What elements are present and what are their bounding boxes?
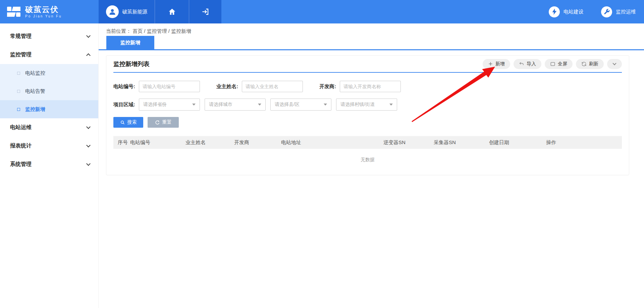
- brand-subtitle: Po Jian Yun Fu: [25, 14, 62, 18]
- topbar: 破茧云伏 Po Jian Yun Fu 破茧新能源: [0, 0, 644, 23]
- tab-bar: 监控新增: [99, 36, 644, 50]
- sidebar-subitem-station-alarm[interactable]: 电站告警: [0, 82, 98, 100]
- col-owner-name: 业主姓名: [185, 139, 234, 146]
- developer-input[interactable]: [340, 81, 401, 92]
- sidebar-item-general-management[interactable]: 常规管理: [0, 27, 98, 46]
- import-button-label: 导入: [527, 61, 536, 67]
- county-select-value: 请选择县/区: [275, 102, 300, 108]
- refresh-button-label: 刷新: [589, 61, 598, 67]
- tab-monitoring-add[interactable]: 监控新增: [106, 36, 154, 49]
- table-header: 序号 电站编号 业主姓名 开发商 电站地址 逆变器SN 采集器SN 创建日期 操…: [113, 136, 622, 149]
- wrench-icon: [601, 6, 612, 17]
- col-station-code: 电站编号: [130, 139, 185, 146]
- login-arrow-icon: [201, 8, 209, 16]
- fullscreen-button[interactable]: 全屏: [545, 59, 573, 69]
- sidebar-item-label: 报表统计: [10, 142, 32, 149]
- filter-area: 电站编号: 业主姓名: 开发商: 项目区域: 请选择省份: [113, 73, 622, 111]
- avatar: [106, 5, 119, 18]
- filter-station-code: 电站编号:: [113, 81, 200, 92]
- import-icon: [519, 61, 524, 67]
- sidebar: 常规管理 监控管理 电站监控 电站告警 监控新增 电站运维 报表统计 系统管理: [0, 23, 99, 308]
- nav-label: 监控运维: [616, 9, 636, 15]
- col-developer: 开发商: [234, 139, 281, 146]
- town-select-value: 请选择村镇/街道: [340, 102, 375, 108]
- reset-button[interactable]: 重置: [148, 117, 179, 128]
- chevron-down-icon: [86, 143, 91, 147]
- sidebar-item-report-statistics[interactable]: 报表统计: [0, 137, 98, 155]
- brand-title: 破茧云伏: [25, 5, 62, 13]
- caret-down-icon: [324, 104, 327, 106]
- login-button[interactable]: [189, 0, 221, 23]
- sidebar-subitem-station-monitoring[interactable]: 电站监控: [0, 64, 98, 82]
- chevron-down-icon: [612, 61, 616, 65]
- toolbar: 新增 导入 全屏: [483, 59, 622, 69]
- chevron-up-icon: [86, 53, 91, 58]
- square-bullet-icon: [17, 108, 20, 111]
- fullscreen-button-label: 全屏: [558, 61, 567, 67]
- col-index: 序号: [118, 139, 130, 146]
- sidebar-item-station-ops[interactable]: 电站运维: [0, 118, 98, 137]
- sidebar-subitem-monitoring-add[interactable]: 监控新增: [0, 100, 98, 118]
- col-inverter-sn: 逆变器SN: [383, 139, 434, 146]
- filter-label: 电站编号:: [113, 83, 135, 90]
- search-button-label: 搜索: [127, 119, 137, 125]
- province-select-value: 请选择省份: [143, 102, 167, 108]
- town-select[interactable]: 请选择村镇/街道: [336, 99, 397, 111]
- station-code-input[interactable]: [139, 81, 200, 92]
- square-bullet-icon: [17, 90, 20, 93]
- sidebar-item-label: 电站运维: [10, 124, 32, 131]
- toolbar-collapse-button[interactable]: [607, 59, 622, 69]
- user-menu[interactable]: 破茧新能源: [99, 0, 155, 23]
- col-collector-sn: 采集器SN: [434, 139, 489, 146]
- chevron-down-icon: [86, 125, 91, 129]
- sidebar-item-label: 常规管理: [10, 33, 32, 40]
- filter-row-2: 项目区域: 请选择省份 请选择城市 请选择县/区 请选择村镇/街道: [113, 99, 622, 111]
- refresh-icon: [581, 61, 587, 67]
- city-select-value: 请选择城市: [209, 102, 232, 108]
- monitoring-add-list-panel: 监控新增列表 新增 导入: [106, 55, 629, 175]
- sidebar-item-label: 系统管理: [10, 161, 32, 168]
- user-icon: [108, 8, 116, 16]
- sidebar-item-system-management[interactable]: 系统管理: [0, 155, 98, 174]
- square-bullet-icon: [17, 72, 20, 75]
- home-icon: [168, 8, 176, 16]
- main-content: 当前位置： 首页 / 监控管理 / 监控新增 监控新增 监控新增列表 新增: [99, 23, 644, 308]
- refresh-button[interactable]: 刷新: [576, 59, 604, 69]
- col-station-address: 电站地址: [281, 139, 383, 146]
- sidebar-subitem-label: 电站监控: [25, 70, 45, 76]
- sidebar-subitem-label: 监控新增: [25, 106, 45, 113]
- caret-down-icon: [258, 104, 261, 106]
- nav-station-construction[interactable]: 电站建设: [549, 6, 584, 17]
- city-select[interactable]: 请选择城市: [205, 99, 266, 111]
- sidebar-subitem-label: 电站告警: [25, 88, 45, 95]
- filter-row-1: 电站编号: 业主姓名: 开发商:: [113, 81, 622, 92]
- region-label: 项目区域:: [113, 102, 135, 108]
- sidebar-item-label: 监控管理: [10, 51, 32, 58]
- filter-owner-name: 业主姓名:: [216, 81, 303, 92]
- filter-actions: 搜索 重置: [113, 117, 622, 128]
- breadcrumb: 当前位置： 首页 / 监控管理 / 监控新增: [99, 23, 644, 36]
- lightning-icon: [549, 6, 560, 17]
- nav-monitoring-ops[interactable]: 监控运维: [601, 6, 636, 17]
- county-select[interactable]: 请选择县/区: [270, 99, 331, 111]
- import-button[interactable]: 导入: [514, 59, 541, 69]
- plus-icon: [488, 61, 493, 66]
- empty-state-text: 无数据: [113, 149, 622, 166]
- sidebar-item-monitoring-management[interactable]: 监控管理: [0, 46, 98, 64]
- user-name: 破茧新能源: [122, 9, 148, 15]
- fullscreen-icon: [550, 61, 555, 67]
- add-button-label: 新增: [495, 61, 505, 67]
- caret-down-icon: [192, 104, 196, 106]
- province-select[interactable]: 请选择省份: [139, 99, 200, 111]
- owner-name-input[interactable]: [242, 81, 303, 92]
- col-actions: 操作: [546, 139, 622, 146]
- page-title: 监控新增列表: [113, 60, 150, 68]
- search-button[interactable]: 搜索: [113, 117, 143, 128]
- home-button[interactable]: [155, 0, 189, 23]
- add-button[interactable]: 新增: [483, 59, 510, 69]
- reset-button-label: 重置: [162, 119, 172, 125]
- topbar-dark-section: 破茧新能源: [99, 0, 221, 23]
- filter-label: 业主姓名:: [216, 83, 238, 90]
- brand-logo-icon: [7, 6, 21, 17]
- panel-header: 监控新增列表 新增 导入: [113, 56, 622, 73]
